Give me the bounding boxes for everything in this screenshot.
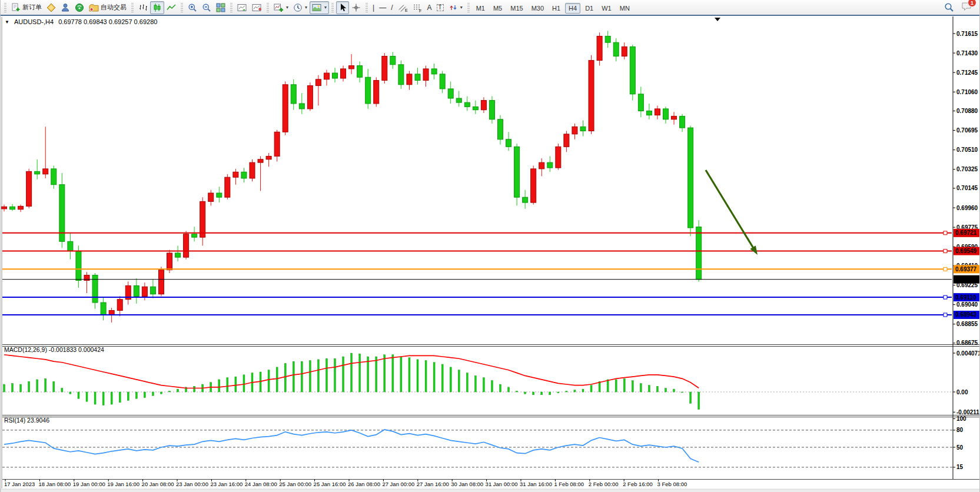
macd-tick-label: 0.00 [956,389,968,395]
candle [341,69,346,78]
candle [217,193,222,197]
hline-handle[interactable] [944,313,947,317]
line-chart-button[interactable] [164,1,178,14]
macd-histogram-bar [69,392,71,394]
periods-button[interactable]: ▾ [291,1,310,14]
indicators-button[interactable]: ▾ [271,1,291,14]
chat-button[interactable]: 1 [961,1,972,14]
macd-histogram-bar [359,354,361,392]
annotation-arrow-line[interactable] [706,170,754,249]
macd-histogram-bar [28,381,30,392]
data-window-button[interactable] [58,1,72,14]
autotrade-button[interactable]: 自动交易 [87,1,129,14]
chart-canvas[interactable]: 0.716150.714300.712450.710600.708800.706… [1,16,980,492]
timeframe-group: M1M5M15M30H1H4D1W1MN [472,2,634,13]
vertical-line-tool-button[interactable]: | [370,1,377,14]
hline-handle[interactable] [944,250,947,253]
macd-histogram-bar [317,360,319,392]
date-label: 19 Jan 00:00 [73,481,105,487]
price-tick-label: 0.70880 [956,108,978,114]
tile-windows-button[interactable] [214,1,228,14]
candle [580,127,586,131]
price-tick-label: 0.71060 [956,89,978,95]
toolbar-gripper[interactable] [4,3,6,12]
scroll-position-marker[interactable] [715,18,720,21]
hline-handle[interactable] [944,295,947,299]
tf-button-H1[interactable]: H1 [549,3,564,14]
macd-histogram-bar [533,392,534,395]
candle [291,85,296,104]
tf-button-M30[interactable]: M30 [528,3,547,14]
fibonacci-tool-button[interactable]: F [410,1,425,14]
rsi-tick-label: 100 [956,415,966,422]
candle [68,241,73,251]
hline-handle[interactable] [944,267,947,271]
candle [680,116,685,128]
crosshair-tool-button[interactable] [349,1,363,14]
annotation-arrow-head[interactable] [750,245,758,255]
tf-button-M5[interactable]: M5 [490,3,506,14]
channel-icon: E [398,3,408,12]
market-watch-button[interactable] [44,1,58,14]
chart-area[interactable]: 0.716150.714300.712450.710600.708800.706… [1,16,979,492]
hline-handle[interactable] [944,231,947,235]
candle [415,74,420,81]
macd-histogram-bar [417,360,418,392]
macd-histogram-bar [276,367,278,392]
toolbar-gripper[interactable] [331,3,334,12]
indicators-caret-icon: ▾ [286,5,288,10]
tf-button-MN[interactable]: MN [616,3,633,14]
auto-scroll-icon [237,3,247,12]
macd-histogram-bar [243,375,245,392]
zoom-in-button[interactable] [185,1,200,14]
candle [200,201,205,237]
label-tool-button[interactable]: T [434,1,446,14]
macd-histogram-bar [119,392,121,403]
notification-badge: 1 [968,0,976,7]
templates-button[interactable]: ▾ [310,1,329,14]
tf-button-M1[interactable]: M1 [473,3,489,14]
macd-histogram-bar [325,358,327,392]
symbol-dropdown-icon[interactable]: ▼ [5,19,9,25]
arrows-tool-button[interactable]: ▾ [446,1,465,14]
auto-scroll-button[interactable] [235,1,250,14]
cursor-tool-button[interactable] [336,1,349,14]
toolbar-gripper[interactable] [467,3,470,12]
macd-histogram-bar [441,364,443,392]
new-order-button[interactable]: 新订单 [9,1,44,14]
candle [696,227,702,280]
date-label: 26 Jan 08:00 [348,481,380,487]
trendline-tool-button[interactable]: / [388,1,395,14]
tf-button-W1[interactable]: W1 [598,3,615,14]
macd-histogram-bar [474,375,476,392]
candlestick-chart-button[interactable] [150,1,164,14]
horizontal-line-tool-button[interactable]: — [377,1,388,14]
candle [688,128,693,228]
rsi-tick-label: 15 [956,464,964,470]
zoom-out-button[interactable] [200,1,214,14]
tf-button-H4[interactable]: H4 [565,3,580,14]
strategy-tester-button[interactable] [72,1,87,14]
arrows-tool-icon [449,3,458,12]
search-icon[interactable] [944,2,954,12]
candle [150,287,155,294]
text-tool-button[interactable]: A [425,1,434,14]
bar-chart-button[interactable] [136,1,150,14]
candle [382,56,387,80]
toolbar-gripper[interactable] [267,3,269,12]
macd-histogram-bar [177,389,179,392]
tf-button-M15[interactable]: M15 [507,3,526,14]
candle [539,162,544,169]
macd-histogram-bar [491,381,493,392]
toolbar-gripper[interactable] [366,3,368,12]
chart-shift-button[interactable] [250,1,264,14]
macd-histogram-bar [86,392,88,401]
macd-histogram-bar [690,392,692,403]
toolbar-gripper[interactable] [131,3,134,12]
toolbar-gripper[interactable] [230,3,232,12]
toolbar-gripper[interactable] [181,3,183,12]
macd-histogram-bar [673,389,675,392]
macd-histogram-bar [343,357,344,392]
tf-button-D1[interactable]: D1 [582,3,597,14]
channel-tool-button[interactable]: E [396,1,410,14]
